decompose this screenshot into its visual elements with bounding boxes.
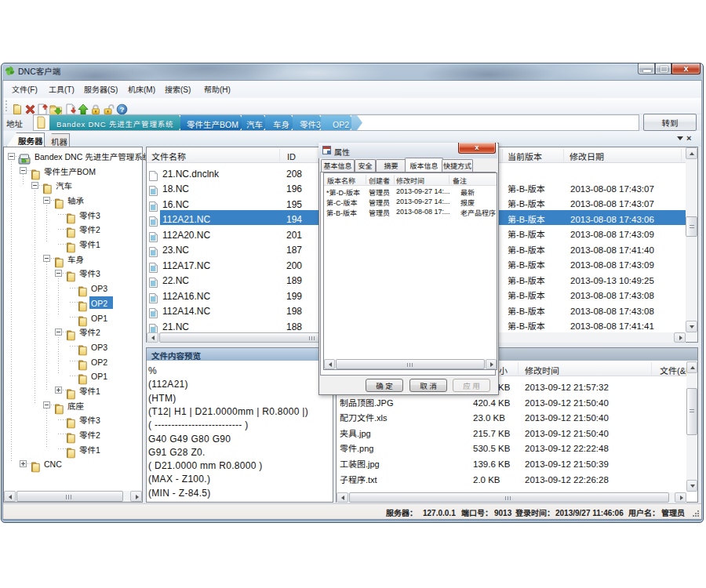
svg-text:?: ? xyxy=(120,106,125,114)
